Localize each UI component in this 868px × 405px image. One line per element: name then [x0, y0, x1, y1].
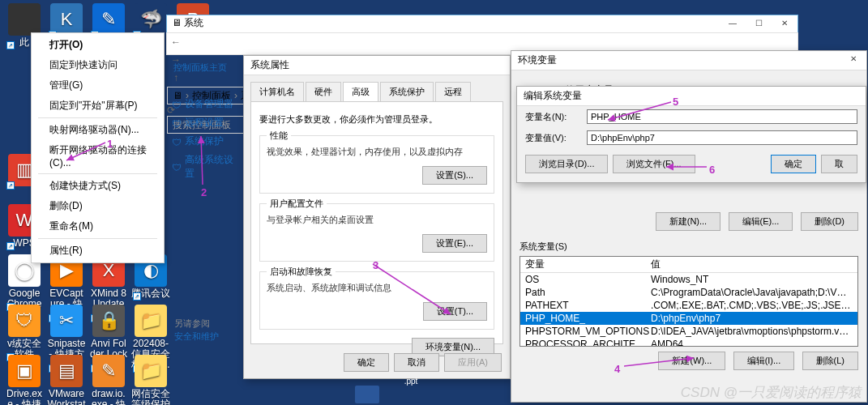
sys-var-row[interactable]: PATHEXT.COM;.EXE;.BAT;.CMD;.VBS;.VBE;.JS…: [520, 299, 857, 312]
var-value: AMD64: [651, 339, 853, 347]
link-text: 远程设置: [185, 116, 224, 130]
menu-item[interactable]: 重命名(M): [32, 216, 164, 237]
edit-sys-var-button[interactable]: 编辑(I)...: [733, 352, 795, 370]
new-user-var-button[interactable]: 新建(N)...: [656, 212, 720, 231]
ok-button[interactable]: 确定: [771, 155, 816, 173]
sys-var-row[interactable]: PHPSTORM_VM_OPTIONSD:\IDEA_JAVA\jetbra\v…: [520, 325, 857, 338]
shield-icon: 🛡: [172, 137, 182, 147]
desktop-icon[interactable]: 🛡↗v绒安全软件: [5, 305, 44, 360]
tab-2[interactable]: 高级: [343, 82, 378, 101]
ppt-label: .ppt: [399, 377, 423, 386]
new-sys-var-button[interactable]: 新建(W)...: [658, 352, 725, 370]
sidebar-link-device-mgr[interactable]: 🛡设备管理器: [170, 95, 243, 113]
sidebar-link-advanced[interactable]: 🛡高级系统设置: [170, 151, 243, 183]
var-name: OS: [525, 274, 651, 285]
sys-vars-buttons: 新建(W)... 编辑(I)... 删除(L): [520, 347, 858, 375]
shortcut-badge: ↗: [133, 292, 141, 301]
desktop-icon[interactable]: 📁↗网信安全等级保护测评按…: [131, 355, 170, 405]
icon-label: Drive.exe - 快捷方式: [5, 389, 44, 405]
sidebar-link-remote[interactable]: 🛡远程设置: [170, 113, 243, 132]
tab-1[interactable]: 硬件: [306, 82, 341, 101]
desktop-icon[interactable]: ▣↗Drive.exe - 快捷方式: [5, 355, 44, 405]
back-button[interactable]: ←: [167, 33, 185, 51]
see-also-label: 另请参阅: [174, 318, 210, 330]
cancel-button[interactable]: 取消: [394, 353, 439, 372]
group-desc: 与登录帐户相关的桌面设置: [267, 214, 487, 226]
var-name-input[interactable]: [587, 109, 857, 124]
close-button[interactable]: ✕: [840, 51, 866, 66]
settings-group: 性能 视觉效果，处理器计划，内存使用，以及虚拟内存 设置(S)...: [259, 135, 494, 194]
edit-user-var-button[interactable]: 编辑(E)...: [729, 212, 793, 231]
see-also-link[interactable]: 安全和维护: [174, 330, 219, 343]
settings-group: 用户配置文件 与登录帐户相关的桌面设置 设置(E)...: [259, 203, 494, 262]
menu-item[interactable]: 管理(G): [32, 75, 164, 96]
control-panel-sidebar: 控制面板主页 🛡设备管理器 🛡远程设置 🛡系统保护 🛡高级系统设置: [170, 58, 243, 183]
menu-item[interactable]: 固定到快速访问: [32, 55, 164, 75]
menu-item[interactable]: 固定到"开始"屏幕(P): [32, 96, 164, 116]
dialog-title: 环境变量 ✕: [511, 51, 866, 70]
settings-button[interactable]: 设置(T)...: [423, 302, 487, 321]
var-value: C:\ProgramData\Oracle\Java\javapath;D:\V…: [651, 287, 853, 298]
app-icon: ↗: [8, 3, 41, 36]
settings-button[interactable]: 设置(S)...: [422, 166, 487, 185]
maximize-button[interactable]: ☐: [746, 15, 772, 30]
dialog-buttons: 确定 取消 应用(A): [344, 353, 502, 372]
tab-bar: 计算机名硬件高级系统保护远程: [244, 75, 510, 101]
app-icon: 🔒↗: [92, 305, 125, 337]
menu-item[interactable]: 映射网络驱动器(N)...: [32, 120, 164, 140]
icon-label: VMware Workstati…: [47, 389, 86, 405]
browse-file-button[interactable]: 浏览文件(F)...: [613, 155, 695, 173]
settings-group: 启动和故障恢复 系统启动、系统故障和调试信息 设置(T)...: [259, 271, 494, 330]
var-value-input[interactable]: [587, 130, 857, 145]
delete-user-var-button[interactable]: 删除(D): [801, 212, 858, 231]
title-text: 系统属性: [250, 58, 289, 72]
link-text: 高级系统设置: [185, 153, 242, 181]
app-icon: 📁↗: [135, 305, 167, 337]
app-icon: ✎↗: [92, 355, 125, 387]
browse-dir-button[interactable]: 浏览目录(D)...: [525, 155, 608, 173]
icon-label: draw.io.exe - 快捷方式: [89, 389, 128, 405]
sidebar-link-sysprotect[interactable]: 🛡系统保护: [170, 132, 243, 151]
var-value: Windows_NT: [651, 274, 853, 285]
watermark: CSDN @一只爱阅读的程序猿: [681, 383, 862, 402]
ok-button[interactable]: 确定: [344, 353, 389, 372]
window-controls: — ☐ ✕: [720, 15, 797, 30]
tab-0[interactable]: 计算机名: [250, 82, 304, 101]
system-icon: 🖥: [172, 17, 182, 28]
tab-3[interactable]: 系统保护: [380, 82, 434, 101]
taskbar-icon[interactable]: [355, 386, 379, 403]
shortcut-badge: ↗: [6, 181, 15, 190]
tab-4[interactable]: 远程: [435, 82, 471, 101]
menu-item[interactable]: 创建快捷方式(S): [32, 176, 164, 196]
settings-button[interactable]: 设置(E)...: [422, 234, 487, 253]
sidebar-heading[interactable]: 控制面板主页: [170, 58, 243, 80]
desktop-icon[interactable]: ▤↗VMware Workstati…: [47, 355, 86, 405]
menu-item[interactable]: 断开网络驱动器的连接(C)...: [32, 140, 164, 172]
group-title: 用户配置文件: [267, 198, 327, 210]
menu-item[interactable]: 属性(R): [32, 241, 164, 261]
sys-var-row[interactable]: PathC:\ProgramData\Oracle\Java\javapath;…: [520, 286, 857, 299]
sys-var-row[interactable]: OSWindows_NT: [520, 273, 857, 286]
menu-item[interactable]: 删除(D): [32, 196, 164, 216]
group-desc: 视觉效果，处理器计划，内存使用，以及虚拟内存: [267, 146, 487, 158]
app-icon: 📁↗: [135, 355, 167, 387]
close-button[interactable]: ✕: [772, 15, 797, 30]
shield-icon: 🛡: [172, 162, 182, 172]
sys-vars-label: 系统变量(S): [520, 241, 858, 253]
menu-item[interactable]: 打开(O): [32, 35, 164, 55]
var-value-label: 变量值(V):: [525, 132, 580, 144]
minimize-button[interactable]: —: [720, 15, 746, 30]
sys-vars-list[interactable]: 变量值 OSWindows_NTPathC:\ProgramData\Oracl…: [520, 256, 858, 347]
shortcut-badge: ↗: [6, 41, 15, 49]
shield-icon: 🛡: [172, 118, 182, 128]
apply-button[interactable]: 应用(A): [444, 353, 502, 372]
title-text: 环境变量: [518, 53, 557, 67]
link-text: 系统保护: [185, 134, 224, 148]
system-properties-dialog: 系统属性 计算机名硬件高级系统保护远程 要进行大多数更改，你必须作为管理员登录。…: [243, 55, 511, 379]
sys-var-row[interactable]: PROCESSOR_ARCHITECTUREAMD64: [520, 338, 857, 347]
sys-var-row[interactable]: PHP_HOME_D:\phpEnv\php7: [520, 312, 857, 325]
dialog-title: 系统属性: [244, 56, 510, 75]
cancel-button[interactable]: 取: [821, 155, 857, 173]
delete-sys-var-button[interactable]: 删除(L): [802, 352, 858, 370]
desktop-icon[interactable]: ✎↗draw.io.exe - 快捷方式: [89, 355, 128, 405]
